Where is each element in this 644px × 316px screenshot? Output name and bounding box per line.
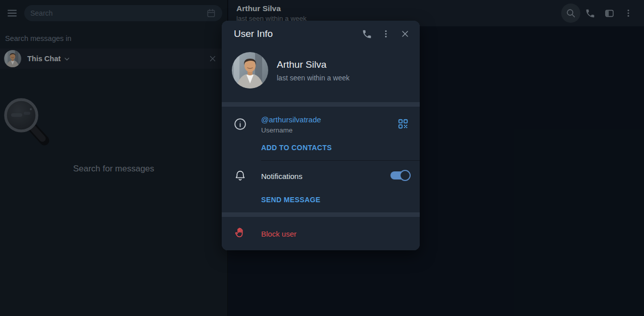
notifications-label: Notifications [261,172,303,180]
raised-hand-icon [234,227,246,240]
kebab-icon [381,29,391,39]
phone-icon [362,29,372,39]
modal-profile-section: User Info [222,21,420,102]
modal-header: User Info [222,21,420,47]
modal-danger-section: Block user [222,217,420,250]
modal-call-button[interactable] [357,24,376,43]
notifications-toggle[interactable] [390,170,411,181]
profile-row: Arthur Silva last seen within a week [222,47,420,88]
add-to-contacts-button[interactable]: ADD TO CONTACTS [261,144,332,152]
user-info-modal: User Info [222,21,420,250]
qr-code-icon [398,118,409,129]
profile-avatar[interactable] [232,52,268,88]
block-user-button[interactable]: Block user [261,230,296,238]
modal-actions-section: @arthursilvatrade Username ADD TO CONTAC… [222,107,420,212]
username-block[interactable]: @arthursilvatrade Username [261,115,321,134]
profile-name: Arthur Silva [277,59,350,70]
close-icon [400,29,410,39]
section-divider [261,160,420,161]
info-icon [233,117,247,131]
modal-close-button[interactable] [395,24,415,43]
modal-more-button[interactable] [376,24,395,43]
app-window: Search messages in This Chat [0,0,644,316]
modal-title: User Info [234,28,357,39]
qr-code-button[interactable] [394,115,412,133]
bell-icon [234,169,246,182]
username-label: Username [261,126,321,134]
toggle-knob [400,170,411,181]
profile-status: last seen within a week [277,74,350,82]
send-message-button[interactable]: SEND MESSAGE [261,196,321,204]
username-value[interactable]: @arthursilvatrade [261,115,321,124]
